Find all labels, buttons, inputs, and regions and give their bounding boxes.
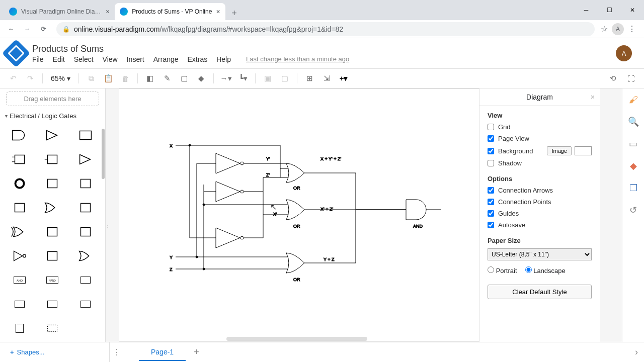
- shape-not-gate[interactable]: [4, 245, 35, 266]
- forward-button[interactable]: →: [20, 22, 34, 36]
- bg-color-swatch[interactable]: [575, 146, 592, 155]
- more-shapes-link[interactable]: Shapes...: [17, 348, 45, 356]
- shape-gate-8[interactable]: [37, 173, 68, 194]
- shape-gate-4[interactable]: [4, 149, 35, 170]
- shape-or-gate[interactable]: [37, 197, 68, 218]
- copy-button[interactable]: ⧉: [84, 71, 98, 85]
- layers-icon[interactable]: ◆: [630, 160, 637, 171]
- fullscreen-button[interactable]: ⛶: [624, 71, 638, 85]
- url-input[interactable]: 🔒 online.visual-paradigm.com/w/lkqagfpg/…: [56, 22, 595, 36]
- shape-gate-17[interactable]: [37, 245, 68, 266]
- redo-button[interactable]: ↷: [23, 71, 37, 85]
- document-title[interactable]: Products of Sums: [32, 44, 349, 54]
- connector-style-button[interactable]: →▾: [219, 71, 233, 85]
- shape-buffer[interactable]: [37, 125, 68, 146]
- shape-category-header[interactable]: Electrical / Logic Gates: [0, 109, 105, 123]
- line-color-button[interactable]: ✎: [160, 71, 174, 85]
- undo-button[interactable]: ↶: [6, 71, 20, 85]
- opt-guides[interactable]: Guides: [479, 208, 600, 219]
- delete-button[interactable]: 🗑: [118, 71, 132, 85]
- browser-menu-icon[interactable]: ⋮: [628, 24, 636, 34]
- paste-button[interactable]: 📋: [101, 71, 115, 85]
- bg-image-button[interactable]: Image: [547, 146, 572, 155]
- shapes-scrollbar[interactable]: [101, 129, 105, 322]
- insert-button[interactable]: +▾: [337, 71, 351, 85]
- shape-xor-2[interactable]: [70, 245, 101, 266]
- shadow-button[interactable]: ▢: [177, 71, 191, 85]
- browser-tab-active[interactable]: Products of Sums - VP Online ×: [115, 3, 225, 20]
- menu-file[interactable]: File: [32, 55, 44, 63]
- shape-gate-24[interactable]: [70, 294, 101, 315]
- to-front-button[interactable]: ▣: [261, 71, 275, 85]
- shape-buffer-2[interactable]: [70, 149, 101, 170]
- reload-button[interactable]: ⟳: [36, 22, 50, 36]
- canvas-area[interactable]: ⋮ X Y Z: [106, 88, 622, 342]
- shape-gate-21[interactable]: [70, 269, 101, 291]
- shape-and-gate[interactable]: [4, 125, 35, 146]
- add-shapes-icon[interactable]: +: [10, 348, 14, 356]
- shape-gate-23[interactable]: [37, 294, 68, 315]
- new-tab-button[interactable]: +: [227, 6, 242, 20]
- close-window-button[interactable]: ✕: [621, 0, 644, 20]
- menu-extras[interactable]: Extras: [188, 55, 208, 63]
- shape-gate-22[interactable]: [4, 294, 35, 315]
- opt-grid[interactable]: Grid: [479, 121, 600, 133]
- shape-and-text[interactable]: AND: [4, 269, 35, 291]
- pages-icon[interactable]: ❐: [629, 183, 637, 194]
- menu-insert[interactable]: Insert: [127, 55, 144, 63]
- canvas-h-scrollbar[interactable]: [226, 337, 367, 341]
- page-menu-button[interactable]: ⋮: [110, 347, 124, 357]
- shape-circle[interactable]: [4, 173, 35, 194]
- shape-block[interactable]: [70, 125, 101, 146]
- orient-portrait[interactable]: Portrait: [488, 266, 517, 275]
- logic-diagram[interactable]: X Y Z: [170, 139, 451, 300]
- browser-tab-inactive[interactable]: Visual Paradigm Online Diagram ×: [4, 3, 115, 20]
- history-icon[interactable]: ↺: [629, 205, 637, 216]
- shape-gate-12[interactable]: [70, 197, 101, 218]
- menu-view[interactable]: View: [103, 55, 118, 63]
- search-icon[interactable]: 🔍: [628, 116, 639, 127]
- clear-default-style-button[interactable]: Clear Default Style: [488, 285, 592, 299]
- paper[interactable]: X Y Z: [119, 88, 486, 342]
- maximize-button[interactable]: ☐: [598, 0, 621, 20]
- shape-xor-gate[interactable]: [4, 221, 35, 242]
- opt-background[interactable]: Background Image: [479, 144, 600, 157]
- shape-gate-26[interactable]: [37, 318, 68, 339]
- footer-next-icon[interactable]: ›: [635, 347, 638, 357]
- menu-help[interactable]: Help: [216, 55, 231, 63]
- menu-arrange[interactable]: Arrange: [153, 55, 179, 63]
- user-avatar[interactable]: A: [616, 45, 632, 61]
- style-button[interactable]: ◆: [194, 71, 208, 85]
- refresh-button[interactable]: ⟲: [606, 71, 620, 85]
- shape-gate-15[interactable]: [70, 221, 101, 242]
- app-logo-icon[interactable]: [2, 39, 31, 68]
- splitter-handle[interactable]: ⋮: [106, 215, 110, 235]
- bookmark-icon[interactable]: ☆: [601, 24, 608, 34]
- opt-conn-arrows[interactable]: Connection Arrows: [479, 185, 600, 196]
- to-back-button[interactable]: ▢: [278, 71, 292, 85]
- opt-page-view[interactable]: Page View: [479, 133, 600, 144]
- opt-conn-points[interactable]: Connection Points: [479, 196, 600, 208]
- menu-edit[interactable]: Edit: [53, 55, 65, 63]
- add-page-button[interactable]: +: [194, 347, 199, 357]
- fill-color-button[interactable]: ◧: [143, 71, 157, 85]
- orient-landscape[interactable]: Landscape: [525, 266, 566, 275]
- opt-autosave[interactable]: Autosave: [479, 219, 600, 231]
- grid-button[interactable]: ⊞: [302, 71, 316, 85]
- menu-select[interactable]: Select: [74, 55, 94, 63]
- close-panel-icon[interactable]: ×: [591, 93, 595, 101]
- shape-gate-10[interactable]: [4, 197, 35, 218]
- shape-gate-9[interactable]: [70, 173, 101, 194]
- shape-nand-text[interactable]: NAND: [37, 269, 68, 291]
- profile-avatar[interactable]: A: [612, 23, 624, 35]
- format-icon[interactable]: 🖌: [629, 95, 638, 105]
- last-change-link[interactable]: Last change less than a minute ago: [246, 55, 349, 63]
- shape-gate-14[interactable]: [37, 221, 68, 242]
- close-tab-icon[interactable]: ×: [216, 8, 220, 15]
- shape-gate-25[interactable]: [4, 318, 35, 339]
- outline-icon[interactable]: ▭: [629, 138, 637, 149]
- page-tab-1[interactable]: Page-1: [139, 344, 186, 361]
- opt-shadow[interactable]: Shadow: [479, 157, 600, 169]
- close-tab-icon[interactable]: ×: [106, 8, 110, 15]
- back-button[interactable]: ←: [4, 22, 18, 36]
